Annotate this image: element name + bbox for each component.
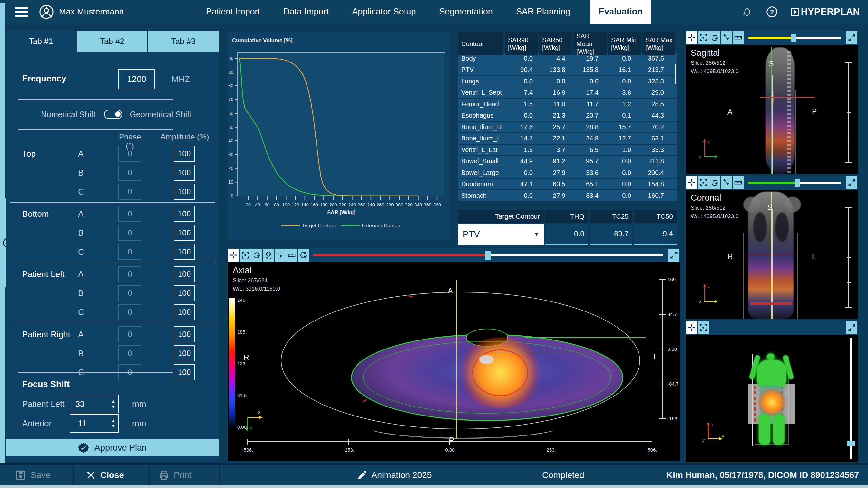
phase-input[interactable]: 0 bbox=[118, 266, 142, 282]
amplitude-input[interactable]: 100 bbox=[174, 304, 195, 320]
focus-input-anterior[interactable]: -11▲▼ bbox=[70, 414, 119, 432]
slider-handle[interactable] bbox=[791, 34, 796, 42]
notifications-icon[interactable] bbox=[742, 6, 753, 18]
coronal-viewport[interactable]: Coronal Slice: 256/512 W/L: 4095.0/1023.… bbox=[686, 190, 858, 319]
table-row-ventri-l-lat[interactable]: Ventri_L_Lat1.53.76.51.033.3 bbox=[458, 144, 677, 155]
reset-tool[interactable] bbox=[709, 31, 720, 44]
phase-input[interactable]: 0 bbox=[118, 326, 142, 343]
focus-tool[interactable] bbox=[698, 321, 709, 334]
approve-plan-button[interactable]: Approve Plan bbox=[6, 440, 219, 456]
table-row-esophagus[interactable]: Esophagus0.021.320.70.144.3 bbox=[458, 110, 677, 121]
table-row-bowel-large[interactable]: Bowel_Large0.027.933.60.0200.4 bbox=[458, 167, 677, 178]
stepper-up-icon[interactable]: ▲ bbox=[111, 418, 115, 423]
ruler-tool[interactable] bbox=[286, 249, 297, 262]
focus-input-patient-left[interactable]: 33▲▼ bbox=[70, 395, 119, 413]
help-icon[interactable]: ? bbox=[766, 6, 778, 18]
sagittal-viewport[interactable]: Sagittal Slice: 256/512 W/L: 4095.0/1023… bbox=[686, 45, 858, 174]
menu-icon[interactable] bbox=[15, 7, 28, 17]
rotate-tool[interactable] bbox=[298, 249, 309, 262]
table-row-ptv[interactable]: PTV90.4133.8135.816.1213.7 bbox=[458, 64, 677, 75]
nav-item-evaluation[interactable]: Evaluation bbox=[590, 0, 651, 24]
sidebar-tab-3[interactable]: Tab #3 bbox=[148, 31, 219, 52]
move-tool[interactable] bbox=[686, 176, 697, 189]
ruler-tool[interactable] bbox=[733, 31, 744, 44]
amplitude-input[interactable]: 100 bbox=[174, 285, 195, 301]
sagittal-slice-slider[interactable] bbox=[748, 31, 841, 44]
move-tool[interactable] bbox=[228, 249, 239, 262]
focus-tool[interactable] bbox=[698, 31, 709, 44]
axial-slice-slider[interactable] bbox=[313, 249, 663, 262]
phase-input[interactable]: 0 bbox=[118, 304, 142, 320]
phase-input[interactable]: 0 bbox=[118, 206, 142, 222]
sidebar-tab-1[interactable]: Tab #1 bbox=[6, 31, 76, 52]
phase-input[interactable]: 0 bbox=[118, 165, 142, 181]
slider-handle[interactable] bbox=[486, 251, 491, 260]
amplitude-input[interactable]: 100 bbox=[174, 225, 195, 241]
ruler-tool[interactable] bbox=[733, 176, 744, 189]
stepper[interactable]: ▲▼ bbox=[111, 415, 115, 432]
amplitude-input[interactable]: 100 bbox=[174, 326, 195, 343]
stepper-up-icon[interactable]: ▲ bbox=[111, 399, 115, 403]
amplitude-input[interactable]: 100 bbox=[174, 165, 195, 181]
close-button[interactable]: Close bbox=[86, 465, 124, 485]
amplitude-input[interactable]: 100 bbox=[174, 345, 195, 361]
table-row-bowel-small[interactable]: Bowel_Small44.991.295.70.0211.8 bbox=[458, 156, 677, 166]
phase-input[interactable]: 0 bbox=[118, 225, 142, 241]
nav-item-segmentation[interactable]: Segmentation bbox=[436, 0, 496, 24]
reset-tool[interactable] bbox=[251, 249, 262, 262]
phase-input[interactable]: 0 bbox=[118, 145, 142, 162]
slider-handle[interactable] bbox=[795, 179, 800, 187]
pointer-tool[interactable] bbox=[275, 249, 286, 262]
maximize-icon[interactable] bbox=[669, 249, 679, 262]
amplitude-input[interactable]: 100 bbox=[174, 364, 195, 381]
stepper-down-icon[interactable]: ▼ bbox=[111, 404, 115, 409]
save-button[interactable]: Save bbox=[15, 465, 51, 485]
maximize-icon[interactable] bbox=[846, 321, 857, 334]
3d-slider-handle[interactable] bbox=[847, 441, 856, 447]
axial-viewport[interactable]: Axial Slice: 267/624 W/L: 3916.0/1160.0 … bbox=[227, 262, 680, 461]
phase-input[interactable]: 0 bbox=[118, 184, 142, 200]
table-row-bone-ilium-r[interactable]: Bone_Ilium_R17.625.728.815.770.2 bbox=[458, 122, 677, 132]
sidebar-tab-2[interactable]: Tab #2 bbox=[77, 31, 147, 52]
move-tool[interactable] bbox=[686, 321, 697, 334]
pointer-tool[interactable] bbox=[721, 31, 732, 44]
table-row-stomach[interactable]: Stomach0.027.933.40.0160.7 bbox=[458, 190, 677, 201]
table-scrollbar[interactable] bbox=[675, 64, 676, 85]
table-row-lungs[interactable]: Lungs0.00.00.60.0323.3 bbox=[458, 76, 677, 87]
phase-input[interactable]: 0 bbox=[118, 244, 142, 260]
stepper[interactable]: ▲▼ bbox=[111, 395, 115, 413]
table-row-bone-ilium-l[interactable]: Bone_Ilium_L14.722.124.812.763.1 bbox=[458, 133, 677, 144]
nav-item-patient-import[interactable]: Patient Import bbox=[203, 0, 264, 24]
nav-item-data-import[interactable]: Data Import bbox=[280, 0, 332, 24]
coronal-slice-slider[interactable] bbox=[748, 176, 841, 189]
shift-mode-toggle[interactable] bbox=[104, 110, 122, 119]
palette-auto-tool[interactable]: AUTO bbox=[263, 249, 274, 262]
print-button[interactable]: Print bbox=[158, 465, 192, 485]
3d-viewport[interactable]: z x y bbox=[686, 335, 858, 462]
target-contour-select[interactable]: PTV ▼ bbox=[458, 224, 544, 245]
maximize-icon[interactable] bbox=[846, 176, 857, 189]
table-row-duodenum[interactable]: Duodenum47.163.565.10.0154.8 bbox=[458, 179, 677, 189]
pointer-tool[interactable] bbox=[721, 176, 732, 189]
move-tool[interactable] bbox=[686, 31, 697, 44]
reset-tool[interactable] bbox=[709, 176, 720, 189]
phase-input[interactable]: 0 bbox=[118, 285, 142, 301]
amplitude-input[interactable]: 100 bbox=[174, 266, 195, 282]
amplitude-input[interactable]: 100 bbox=[174, 206, 195, 222]
focus-tool[interactable] bbox=[698, 176, 709, 189]
table-row-body[interactable]: Body0.04.419.70.0367.6 bbox=[458, 53, 677, 64]
animation-name-edit[interactable]: Animation 2025 bbox=[357, 465, 432, 485]
table-row-femur-head[interactable]: Femur_Head1.511.011.71.228.5 bbox=[458, 99, 677, 109]
user-avatar[interactable] bbox=[39, 4, 54, 19]
maximize-icon[interactable] bbox=[846, 31, 857, 44]
amplitude-input[interactable]: 100 bbox=[174, 184, 195, 200]
amplitude-input[interactable]: 100 bbox=[174, 145, 195, 162]
focus-tool[interactable] bbox=[240, 249, 251, 262]
amplitude-input[interactable]: 100 bbox=[174, 244, 195, 260]
frequency-input[interactable]: 1200 bbox=[118, 69, 155, 89]
table-row-ventri-l-sept[interactable]: Ventri_L_Sept7.416.917.43.829.0 bbox=[458, 87, 677, 98]
stepper-down-icon[interactable]: ▼ bbox=[111, 424, 115, 428]
nav-item-sar-planning[interactable]: SAR Planning bbox=[513, 0, 574, 24]
phase-input[interactable]: 0 bbox=[118, 345, 142, 361]
nav-item-applicator-setup[interactable]: Applicator Setup bbox=[349, 0, 419, 24]
